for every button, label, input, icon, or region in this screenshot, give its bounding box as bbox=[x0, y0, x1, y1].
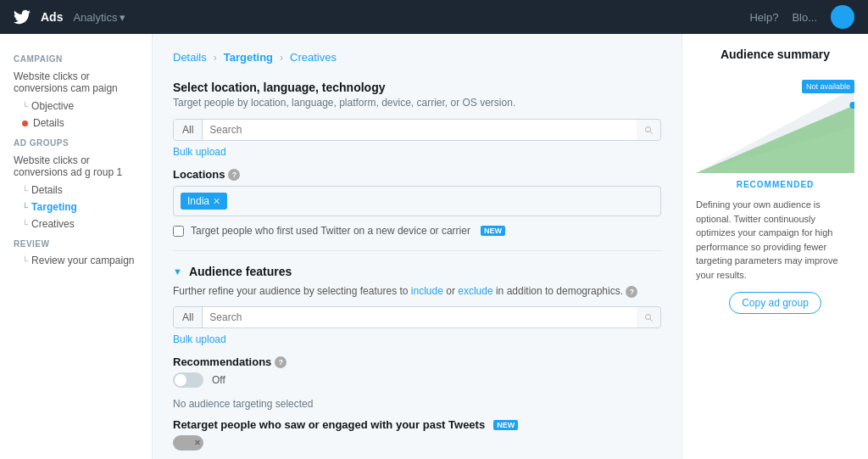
location-search-filter[interactable]: All bbox=[174, 120, 203, 140]
breadcrumb-sep-1: › bbox=[214, 52, 217, 64]
audience-features-desc: Further refine your audience by selectin… bbox=[173, 285, 661, 298]
audience-info-icon[interactable]: ? bbox=[626, 286, 637, 298]
carrier-checkbox[interactable] bbox=[173, 226, 184, 237]
sub-arrow-icon: └ bbox=[22, 102, 28, 111]
audience-bulk-upload[interactable]: Bulk upload bbox=[173, 333, 661, 345]
sidebar-adgroup-name[interactable]: Website clicks or conversions ad g roup … bbox=[0, 151, 152, 182]
help-link[interactable]: Help? bbox=[749, 11, 778, 24]
sidebar-item-targeting[interactable]: └ Targeting bbox=[0, 199, 152, 216]
campaign-section-label: CAMPAIGN bbox=[0, 48, 152, 67]
audience-features-title: Audience features bbox=[189, 265, 292, 278]
locations-box[interactable]: India ✕ bbox=[173, 186, 661, 216]
audience-summary-title: Audience summary bbox=[696, 48, 854, 61]
retarget-label: Retarget people who saw or engaged with … bbox=[173, 418, 661, 431]
locations-label: Locations ? bbox=[173, 168, 661, 181]
india-tag-close[interactable]: ✕ bbox=[213, 196, 220, 207]
error-icon bbox=[22, 120, 28, 126]
sidebar: CAMPAIGN Website clicks or conversions c… bbox=[0, 34, 153, 459]
campaign-name-text: Website clicks or conversions cam paign bbox=[14, 70, 138, 94]
recommendations-info-icon[interactable]: ? bbox=[275, 356, 287, 368]
location-search-input[interactable] bbox=[203, 120, 637, 140]
audience-description-panel: Defining your own audience is optional. … bbox=[696, 198, 854, 282]
chevron-down-icon: ▾ bbox=[120, 11, 125, 24]
india-tag: India ✕ bbox=[181, 193, 227, 210]
toggle-x-icon: ✕ bbox=[194, 439, 201, 447]
location-bulk-upload[interactable]: Bulk upload bbox=[173, 146, 661, 158]
audience-chart: Not available bbox=[696, 71, 854, 173]
locations-info-icon[interactable]: ? bbox=[228, 169, 240, 181]
retarget-toggle[interactable]: ✕ bbox=[173, 435, 203, 451]
location-section-desc: Target people by location, language, pla… bbox=[173, 97, 661, 109]
sidebar-item-creatives[interactable]: └ Creatives bbox=[0, 216, 152, 232]
blog-link[interactable]: Blo... bbox=[792, 11, 817, 24]
main-content: Details › Targeting › Creatives Select l… bbox=[153, 34, 868, 459]
audience-collapse-icon: ▼ bbox=[173, 266, 182, 277]
twitter-bird-icon bbox=[14, 8, 31, 25]
breadcrumb-targeting[interactable]: Targeting bbox=[224, 51, 273, 64]
sidebar-item-objective[interactable]: └ Objective bbox=[0, 98, 152, 115]
sidebar-item-review[interactable]: └ Review your campaign bbox=[0, 252, 152, 269]
retarget-section: Retarget people who saw or engaged with … bbox=[173, 418, 661, 451]
adgroups-section-label: AD GROUPS bbox=[0, 132, 152, 151]
no-targeting-text: No audience targeting selected bbox=[173, 398, 661, 410]
breadcrumb-details[interactable]: Details bbox=[173, 51, 207, 64]
audience-search-bar: All bbox=[173, 306, 661, 328]
copy-ad-group-button[interactable]: Copy ad group bbox=[729, 292, 821, 314]
location-section-header: Select location, language, technology Ta… bbox=[173, 81, 661, 109]
recommendations-toggle[interactable] bbox=[173, 372, 203, 388]
audience-search-input[interactable] bbox=[203, 307, 637, 327]
analytics-menu[interactable]: Analytics ▾ bbox=[73, 11, 125, 24]
breadcrumb-sep-2: › bbox=[280, 52, 283, 64]
topnav-right: Help? Blo... bbox=[749, 5, 854, 29]
user-avatar[interactable] bbox=[831, 5, 854, 29]
location-section-title: Select location, language, technology bbox=[173, 81, 661, 94]
sidebar-campaign-name[interactable]: Website clicks or conversions cam paign bbox=[0, 67, 152, 98]
audience-features-header[interactable]: ▼ Audience features bbox=[173, 265, 661, 278]
review-section-label: REVIEW bbox=[0, 232, 152, 252]
audience-search-icon bbox=[637, 307, 660, 327]
audience-search-filter[interactable]: All bbox=[174, 307, 203, 327]
carrier-checkbox-row: Target people who first used Twitter on … bbox=[173, 225, 661, 237]
retarget-new-badge: NEW bbox=[493, 420, 518, 430]
right-panel: Audience summary Not available RECOMMEND… bbox=[682, 34, 868, 459]
breadcrumb-creatives[interactable]: Creatives bbox=[290, 51, 337, 64]
twitter-logo bbox=[14, 8, 31, 25]
section-divider-1 bbox=[173, 250, 661, 251]
recommendations-toggle-row: Off bbox=[173, 372, 661, 388]
not-available-badge: Not available bbox=[802, 80, 854, 93]
sidebar-item-details[interactable]: Details bbox=[0, 115, 152, 132]
recommendations-toggle-label: Off bbox=[212, 374, 225, 386]
active-indicator-icon: └ bbox=[22, 203, 28, 212]
location-search-bar: All bbox=[173, 119, 661, 141]
include-link[interactable]: include bbox=[411, 285, 443, 297]
recommendations-row: Recommendations ? Off bbox=[173, 355, 661, 388]
sub-line-icon: └ bbox=[22, 186, 28, 195]
sidebar-item-details2[interactable]: └ Details bbox=[0, 182, 152, 199]
location-search-icon bbox=[637, 120, 660, 140]
breadcrumb: Details › Targeting › Creatives bbox=[173, 51, 661, 64]
recommended-label: RECOMMENDED bbox=[696, 180, 854, 189]
top-navigation: Ads Analytics ▾ Help? Blo... bbox=[0, 0, 868, 34]
topnav-left: Ads Analytics ▾ bbox=[14, 8, 125, 25]
toggle-knob bbox=[175, 374, 186, 386]
content-area: Details › Targeting › Creatives Select l… bbox=[153, 34, 682, 459]
recommendations-title: Recommendations ? bbox=[173, 355, 661, 368]
ads-brand: Ads bbox=[41, 10, 63, 24]
exclude-link[interactable]: exclude bbox=[458, 285, 492, 297]
retarget-toggle-row: ✕ bbox=[173, 435, 661, 451]
carrier-new-badge: NEW bbox=[481, 226, 505, 236]
